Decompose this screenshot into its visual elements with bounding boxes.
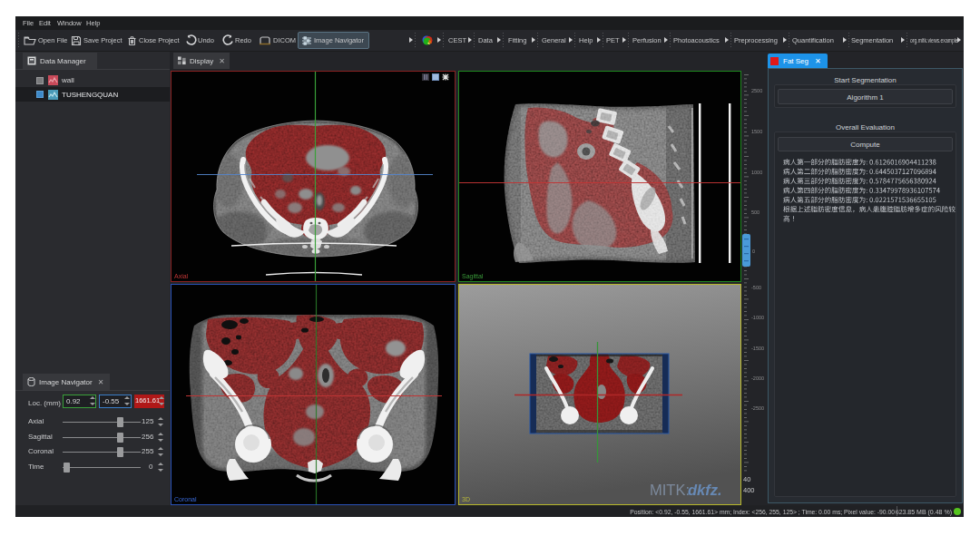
svg-text:-2000: -2000 (751, 375, 764, 381)
svg-text:-1000: -1000 (751, 315, 764, 320)
svg-text:2500: 2500 (751, 88, 762, 93)
svg-text:1500: 1500 (751, 129, 762, 134)
svg-text:40: 40 (743, 475, 750, 483)
svg-text:Sagittal: Sagittal (462, 273, 484, 280)
svg-text:1000: 1000 (751, 170, 762, 175)
svg-text:0: 0 (752, 249, 755, 254)
svg-text:3D: 3D (462, 496, 470, 502)
svg-text:-1500: -1500 (751, 346, 764, 351)
svg-text:Coronal: Coronal (174, 496, 197, 502)
svg-text:dkfz.: dkfz. (688, 482, 722, 498)
svg-text:400: 400 (743, 486, 755, 494)
svg-text:-2500: -2500 (751, 405, 764, 411)
svg-text:Axial: Axial (174, 273, 189, 279)
svg-text:MITK:: MITK: (650, 482, 690, 498)
svg-text:-500: -500 (751, 285, 761, 290)
svg-text:500: 500 (751, 210, 760, 215)
